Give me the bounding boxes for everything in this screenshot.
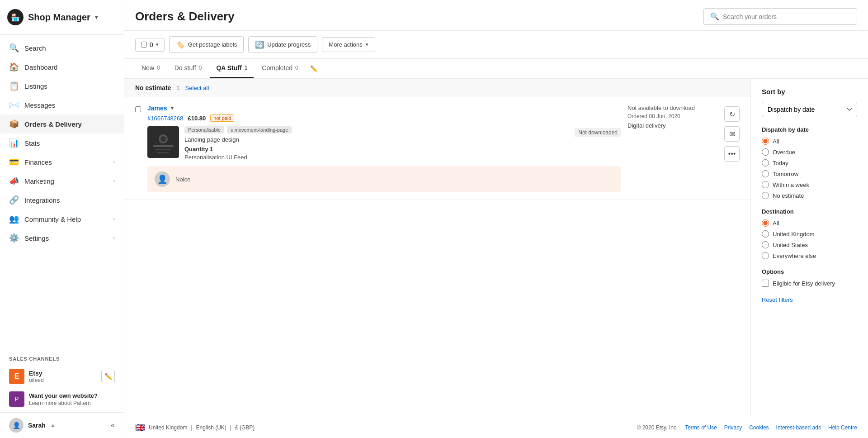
dispatch-option-overdue[interactable]: Overdue	[762, 148, 857, 156]
etsy-name: Etsy	[29, 370, 97, 377]
sidebar-item-stats[interactable]: 📊 Stats	[0, 133, 124, 152]
get-postage-labels-button[interactable]: 🏷️ Get postage labels	[169, 36, 244, 53]
dispatch-option-no-estimate[interactable]: No estimate	[762, 192, 857, 199]
tab-completed[interactable]: Completed 0	[255, 59, 304, 78]
settings-icon: ⚙️	[9, 233, 19, 243]
select-all-link[interactable]: Select all	[185, 85, 209, 91]
dispatch-radio-within-week[interactable]	[762, 181, 769, 188]
get-postage-labels-label: Get postage labels	[188, 41, 237, 48]
shop-manager-button[interactable]: 🏪 Shop Manager ▾	[7, 5, 117, 29]
destination-radio-uk[interactable]	[762, 230, 769, 238]
cookies-link[interactable]: Cookies	[749, 424, 769, 431]
main-header: Orders & Delivery 🔍	[124, 0, 868, 31]
sidebar-item-community[interactable]: 👥 Community & Help ›	[0, 209, 124, 229]
avatar: 👤	[9, 418, 24, 433]
svg-rect-3	[153, 145, 174, 147]
sidebar-item-finances[interactable]: 💳 Finances ›	[0, 152, 124, 171]
finances-icon: 💳	[9, 157, 19, 167]
destination-radio-all[interactable]	[762, 219, 769, 227]
buyer-name[interactable]: James	[147, 105, 167, 112]
dispatch-radio-today[interactable]	[762, 159, 769, 167]
search-box[interactable]: 🔍	[703, 8, 857, 25]
more-action-button[interactable]: •••	[724, 146, 740, 162]
destination-option-us[interactable]: United States	[762, 241, 857, 248]
more-actions-chevron-icon: ▾	[366, 42, 368, 48]
destination-title: Destination	[762, 208, 857, 215]
dispatch-radio-no-estimate[interactable]	[762, 192, 769, 199]
order-checkbox-wrapper	[135, 106, 141, 114]
filter-sidebar: Sort by Dispatch by date Dispatch by dat…	[750, 79, 868, 417]
product-image	[147, 126, 179, 158]
group-header: No estimate 1 Select all	[124, 79, 750, 97]
sidebar-item-orders[interactable]: 📦 Orders & Delivery	[0, 114, 124, 133]
sidebar-item-dashboard[interactable]: 🏠 Dashboard	[0, 57, 124, 76]
select-count-button[interactable]: 0 ▾	[135, 38, 165, 52]
messages-icon: ✉️	[9, 100, 19, 110]
dispatch-radio-overdue[interactable]	[762, 148, 769, 156]
sidebar-item-label: Search	[24, 44, 46, 52]
dispatch-radio-all[interactable]	[762, 138, 769, 145]
collapse-sidebar-button[interactable]: «	[111, 421, 115, 429]
shop-icon: 🏪	[7, 9, 24, 25]
order-checkbox[interactable]	[135, 106, 141, 112]
eligible-etsy-checkbox[interactable]	[762, 280, 769, 287]
edit-tabs-button[interactable]: ✏️	[307, 62, 321, 76]
dispatch-option-all[interactable]: All	[762, 138, 857, 145]
user-up-icon: ▲	[50, 422, 56, 428]
destination-option-everywhere[interactable]: Everywhere else	[762, 252, 857, 259]
destination-all-label: All	[773, 220, 779, 227]
sidebar-item-settings[interactable]: ⚙️ Settings ›	[0, 229, 124, 248]
email-action-button[interactable]: ✉	[724, 126, 740, 142]
item-tags: Personalisable uimovement-landing-page	[184, 126, 564, 133]
sidebar-item-integrations[interactable]: 🔗 Integrations	[0, 190, 124, 209]
tab-completed-count: 0	[295, 65, 298, 71]
sales-channels-label: SALES CHANNELS	[9, 356, 115, 362]
pattern-box[interactable]: P Want your own website? Learn more abou…	[9, 388, 115, 410]
tab-do-stuff-label: Do stuff	[175, 64, 196, 71]
destination-option-uk[interactable]: United Kingdom	[762, 230, 857, 238]
marketing-icon: 📣	[9, 176, 19, 186]
footer-right: © 2020 Etsy, Inc. Terms of Use Privacy C…	[637, 424, 858, 431]
tab-qa-stuff-count: 1	[245, 65, 248, 71]
select-all-checkbox[interactable]	[141, 42, 147, 48]
tab-do-stuff[interactable]: Do stuff 0	[168, 59, 208, 78]
search-input[interactable]	[723, 13, 850, 20]
sidebar-item-marketing[interactable]: 📣 Marketing ›	[0, 171, 124, 190]
update-progress-button[interactable]: 🔄 Update progress	[248, 36, 317, 53]
sort-by-select[interactable]: Dispatch by date	[762, 102, 857, 117]
tab-qa-stuff[interactable]: QA Stuff 1	[210, 59, 254, 78]
destination-option-all[interactable]: All	[762, 219, 857, 227]
selected-count: 0	[150, 41, 153, 48]
more-actions-label: More actions	[329, 41, 362, 48]
tab-new[interactable]: New 0	[135, 59, 166, 78]
sidebar-item-label: Orders & Delivery	[24, 120, 82, 128]
sidebar-item-messages[interactable]: ✉️ Messages	[0, 95, 124, 114]
dispatch-option-today[interactable]: Today	[762, 159, 857, 167]
eligible-etsy-option[interactable]: Eligible for Etsy delivery	[762, 280, 857, 287]
chevron-right-icon: ›	[113, 178, 115, 184]
help-centre-link[interactable]: Help Centre	[828, 424, 857, 431]
dispatch-option-tomorrow[interactable]: Tomorrow	[762, 170, 857, 177]
terms-link[interactable]: Terms of Use	[685, 424, 717, 431]
dispatch-option-within-week[interactable]: Within a week	[762, 181, 857, 188]
dispatch-no-estimate-label: No estimate	[773, 192, 804, 199]
refresh-action-button[interactable]: ↻	[724, 106, 740, 122]
destination-radio-us[interactable]	[762, 241, 769, 248]
group-count: 1	[176, 85, 179, 91]
buyer-dropdown-icon[interactable]: ▾	[171, 105, 174, 111]
reset-filters-link[interactable]: Reset filters	[762, 296, 793, 303]
sidebar-item-search[interactable]: 🔍 Search	[0, 38, 124, 57]
sidebar-item-listings[interactable]: 📋 Listings	[0, 76, 124, 95]
dispatch-radio-tomorrow[interactable]	[762, 170, 769, 177]
privacy-link[interactable]: Privacy	[724, 424, 742, 431]
etsy-sub: uifeed	[29, 377, 97, 383]
footer-separator-1: |	[191, 424, 192, 431]
destination-radio-everywhere[interactable]	[762, 252, 769, 259]
interest-based-ads-link[interactable]: Interest-based ads	[776, 424, 821, 431]
search-icon: 🔍	[9, 43, 19, 53]
more-actions-button[interactable]: More actions ▾	[322, 37, 375, 52]
count-chevron-icon: ▾	[156, 42, 159, 48]
order-id[interactable]: #1666748268	[147, 115, 184, 122]
edit-etsy-button[interactable]: ✏️	[101, 370, 115, 383]
etsy-info: Etsy uifeed	[29, 370, 97, 383]
